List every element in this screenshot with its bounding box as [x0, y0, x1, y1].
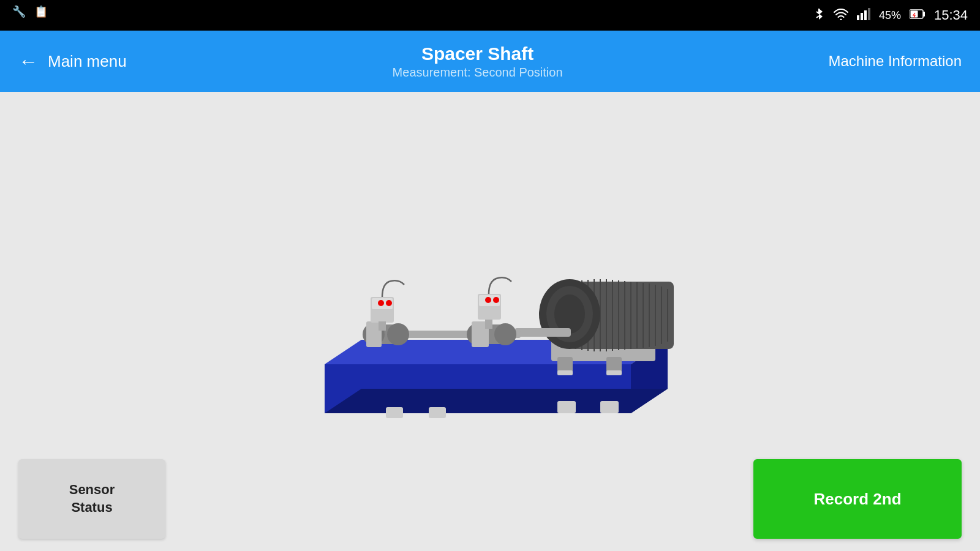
bluetooth-icon	[813, 7, 825, 24]
svg-rect-6	[923, 12, 925, 17]
signal-icon	[857, 8, 870, 23]
svg-rect-39	[557, 357, 573, 372]
svg-point-46	[387, 323, 409, 345]
svg-point-0	[840, 18, 842, 20]
svg-point-49	[494, 323, 516, 345]
svg-rect-1	[857, 15, 859, 20]
back-arrow-icon: ←	[18, 51, 38, 71]
main-menu-label: Main menu	[48, 52, 127, 71]
svg-rect-13	[429, 407, 446, 418]
machine-info-button[interactable]: Machine Information	[829, 53, 962, 70]
back-button[interactable]: ← Main menu	[18, 51, 127, 71]
svg-point-54	[378, 300, 384, 306]
wifi-icon	[834, 8, 848, 23]
status-time: 15:34	[934, 7, 968, 23]
svg-rect-38	[514, 328, 571, 337]
page-title: Spacer Shaft	[393, 43, 563, 64]
svg-rect-40	[606, 357, 622, 372]
clipboard-icon: 📋	[34, 5, 48, 18]
svg-rect-41	[557, 370, 573, 375]
svg-rect-12	[386, 407, 403, 418]
svg-rect-56	[379, 321, 386, 331]
svg-point-59	[485, 297, 491, 303]
battery-icon	[910, 9, 925, 23]
sensor-status-button[interactable]: SensorStatus	[18, 459, 165, 539]
status-bar: 🔧 📋 45%	[0, 0, 980, 31]
svg-point-37	[554, 294, 585, 334]
machine-visualization	[276, 162, 704, 468]
main-content: SensorStatus Record 2nd	[0, 92, 980, 551]
svg-rect-42	[606, 370, 622, 375]
svg-rect-3	[864, 10, 867, 20]
svg-rect-14	[557, 401, 576, 413]
machine-svg	[276, 162, 704, 468]
header: ← Main menu Spacer Shaft Measurement: Se…	[0, 31, 980, 92]
svg-rect-61	[485, 320, 492, 329]
svg-point-60	[493, 297, 499, 303]
svg-rect-15	[600, 401, 619, 413]
header-center: Spacer Shaft Measurement: Second Positio…	[393, 43, 563, 80]
sensor-status-label: SensorStatus	[69, 481, 115, 516]
svg-rect-4	[868, 8, 870, 20]
wrench-icon: 🔧	[12, 5, 26, 18]
page-subtitle: Measurement: Second Position	[393, 66, 563, 80]
battery-percent: 45%	[879, 9, 901, 22]
record-2nd-button[interactable]: Record 2nd	[753, 459, 962, 539]
left-status-icons: 🔧 📋	[12, 5, 48, 18]
record-2nd-label: Record 2nd	[813, 490, 901, 509]
svg-rect-2	[861, 13, 863, 20]
svg-point-55	[386, 300, 392, 306]
